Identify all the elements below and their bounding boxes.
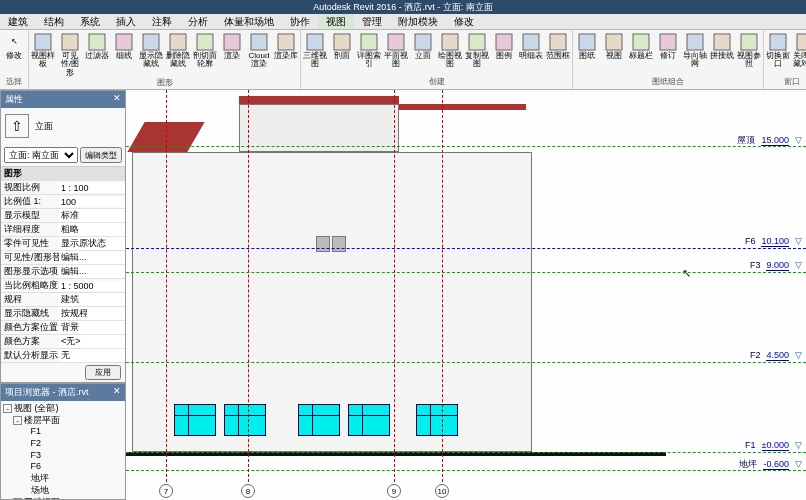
prop-value[interactable]: 1 : 5000 [59, 281, 125, 291]
ribbon-删除隐藏线[interactable]: 删除隐藏线 [166, 32, 190, 77]
window-element[interactable] [316, 236, 330, 252]
ribbon-切换窗口[interactable]: 切换窗口 [766, 32, 790, 76]
roof-element[interactable] [396, 104, 526, 110]
ribbon-三维视图[interactable]: 三维视图 [303, 32, 327, 76]
ribbon-标题栏[interactable]: 标题栏 [629, 32, 653, 76]
ribbon-过滤器[interactable]: 过滤器 [85, 32, 109, 77]
prop-value[interactable]: 显示原状态 [59, 237, 125, 250]
tab-insert[interactable]: 插入 [108, 14, 144, 29]
ribbon-关闭隐藏对象[interactable]: 关闭隐藏对象 [793, 32, 806, 76]
tab-analyze[interactable]: 分析 [180, 14, 216, 29]
tree-node[interactable]: -楼层平面 [3, 415, 123, 427]
ribbon-详图索引[interactable]: 详图索引 [357, 32, 381, 76]
tree-node[interactable]: F6 [3, 461, 123, 473]
tree-node[interactable]: F1 [3, 426, 123, 438]
ribbon-渲染库[interactable]: 渲染库 [274, 32, 298, 77]
ribbon-渲染[interactable]: 渲染 [220, 32, 244, 77]
grid-line[interactable] [442, 90, 443, 482]
edit-type-button[interactable]: 编辑类型 [80, 147, 122, 163]
tab-systems[interactable]: 系统 [72, 14, 108, 29]
grid-bubble[interactable]: 7 [159, 484, 173, 498]
tree-toggle-icon[interactable]: - [13, 416, 22, 425]
prop-value[interactable]: 按规程 [59, 307, 125, 320]
prop-value[interactable]: 编辑... [59, 251, 125, 264]
ribbon-导向轴网[interactable]: 导向轴网 [683, 32, 707, 76]
instance-selector[interactable]: 立面: 南立面 [4, 147, 78, 163]
level-label[interactable]: F39.000▽ [750, 260, 802, 271]
ribbon-明细表[interactable]: 明细表 [519, 32, 543, 76]
tree-toggle-icon[interactable]: - [3, 404, 12, 413]
prop-value[interactable]: 标准 [59, 209, 125, 222]
ribbon-剖切面轮廓[interactable]: 剖切面轮廓 [193, 32, 217, 77]
ribbon-立面[interactable]: 立面 [411, 32, 435, 76]
grid-bubble[interactable]: 10 [435, 484, 449, 498]
ribbon-图例[interactable]: 图例 [492, 32, 516, 76]
prop-value[interactable]: 编辑... [59, 265, 125, 278]
level-label[interactable]: F610.100▽ [745, 236, 802, 247]
tab-massing[interactable]: 体量和场地 [216, 14, 282, 29]
prop-value[interactable]: 无 [59, 349, 125, 362]
level-line[interactable] [126, 248, 806, 249]
tab-struct[interactable]: 结构 [36, 14, 72, 29]
prop-value[interactable]: 100 [59, 197, 125, 207]
prop-value[interactable]: 粗略 [59, 223, 125, 236]
tab-manage[interactable]: 管理 [354, 14, 390, 29]
wall-element[interactable] [239, 104, 399, 152]
tab-view[interactable]: 视图 [318, 14, 354, 29]
ribbon-复制视图[interactable]: 复制视图 [465, 32, 489, 76]
ribbon-剖面[interactable]: 剖面 [330, 32, 354, 76]
tree-node[interactable]: -三维视图 [3, 497, 123, 501]
tab-arch[interactable]: 建筑 [0, 14, 36, 29]
grid-line[interactable] [166, 90, 167, 482]
roof-element[interactable] [239, 96, 399, 104]
close-icon[interactable]: ✕ [113, 386, 121, 399]
tree-node[interactable]: 地坪 [3, 473, 123, 485]
level-line[interactable] [126, 452, 806, 453]
apply-button[interactable]: 应用 [85, 365, 121, 380]
level-label[interactable]: 地坪-0.600▽ [739, 458, 802, 471]
window-element[interactable] [224, 404, 266, 436]
elevation-type-icon[interactable]: ⇧ [5, 114, 29, 138]
level-line[interactable] [126, 146, 806, 147]
ribbon-Cloud 渲染[interactable]: Cloud 渲染 [247, 32, 271, 77]
ribbon-显示隐藏线[interactable]: 显示隐藏线 [139, 32, 163, 77]
window-element[interactable] [416, 404, 458, 436]
window-element[interactable] [332, 236, 346, 252]
prop-value[interactable]: 1 : 100 [59, 183, 125, 193]
tree-node[interactable]: F3 [3, 450, 123, 462]
prop-value[interactable]: 背景 [59, 321, 125, 334]
prop-value[interactable]: <无> [59, 335, 125, 348]
ribbon-平面视图[interactable]: 平面视图 [384, 32, 408, 76]
ribbon-范围框[interactable]: 范围框 [546, 32, 570, 76]
level-label[interactable]: 屋顶15.000▽ [737, 134, 802, 147]
tab-modify[interactable]: 修改 [446, 14, 482, 29]
prop-value[interactable]: 建筑 [59, 293, 125, 306]
ribbon-视图样板[interactable]: 视图样板 [31, 32, 55, 77]
level-label[interactable]: F24.500▽ [750, 350, 802, 361]
tree-node[interactable]: 场地 [3, 485, 123, 497]
grid-line[interactable] [248, 90, 249, 482]
grid-line[interactable] [394, 90, 395, 482]
ribbon-视图参照[interactable]: 视图参照 [737, 32, 761, 76]
close-icon[interactable]: ✕ [113, 93, 121, 106]
tree-node[interactable]: F2 [3, 438, 123, 450]
level-line[interactable] [126, 362, 806, 363]
tab-collab[interactable]: 协作 [282, 14, 318, 29]
window-element[interactable] [174, 404, 216, 436]
level-line[interactable] [126, 470, 806, 471]
window-element[interactable] [298, 404, 340, 436]
grid-bubble[interactable]: 8 [241, 484, 255, 498]
ribbon-图纸[interactable]: 图纸 [575, 32, 599, 76]
ribbon-可见性/图形[interactable]: 可见性/图形 [58, 32, 82, 77]
level-label[interactable]: F1±0.000▽ [745, 440, 802, 451]
ribbon-视图[interactable]: 视图 [602, 32, 626, 76]
grid-bubble[interactable]: 9 [387, 484, 401, 498]
modify-tool[interactable]: ↖修改 [2, 32, 26, 76]
drawing-canvas[interactable]: ↖ 屋顶15.000▽F610.100▽F39.000▽F24.500▽F1±0… [126, 90, 806, 500]
tab-addins[interactable]: 附加模块 [390, 14, 446, 29]
ribbon-绘图视图[interactable]: 绘图视图 [438, 32, 462, 76]
tree-node[interactable]: -视图 (全部) [3, 403, 123, 415]
ribbon-拼接线[interactable]: 拼接线 [710, 32, 734, 76]
ribbon-细线[interactable]: 细线 [112, 32, 136, 77]
ribbon-修订[interactable]: 修订 [656, 32, 680, 76]
